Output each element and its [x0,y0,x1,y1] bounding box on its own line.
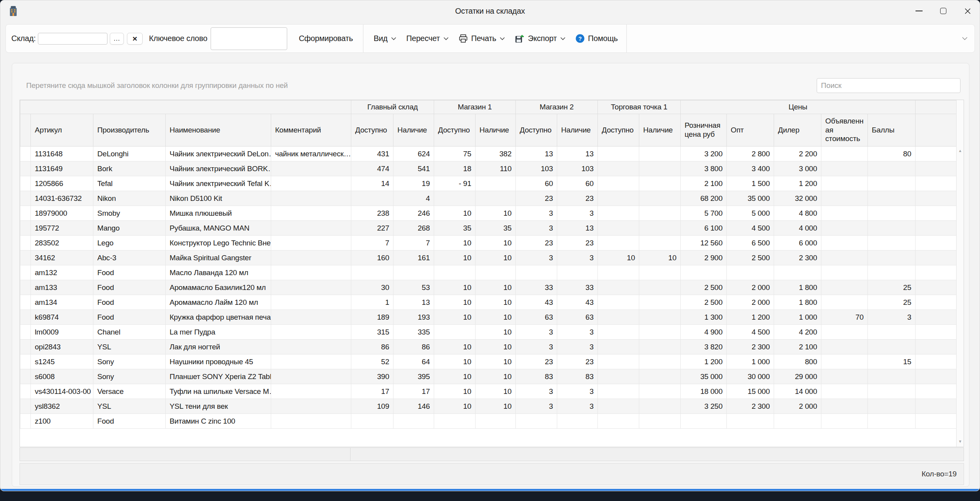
cell[interactable] [20,191,31,206]
cell[interactable] [351,414,393,429]
cell[interactable] [868,265,916,280]
cell[interactable] [20,161,31,176]
cell[interactable] [821,325,868,340]
cell[interactable] [639,206,681,221]
column-header[interactable]: Доступно [598,114,639,147]
cell[interactable]: Versace [93,384,166,399]
cell[interactable]: 2 500 [727,250,774,265]
cell[interactable]: 43 [516,295,557,310]
cell[interactable] [868,221,916,236]
cell[interactable] [916,176,957,191]
cell[interactable]: DeLonghi [93,147,166,161]
cell[interactable] [271,280,351,295]
cell[interactable] [868,206,916,221]
cell[interactable]: 30 000 [727,369,774,384]
cell[interactable]: 10 [434,250,476,265]
cell[interactable]: 33 [557,280,598,295]
band-header[interactable]: Цены [681,100,916,114]
cell[interactable]: z100 [31,414,93,429]
column-header[interactable]: Объявленная стоимость [821,114,868,147]
cell[interactable] [639,399,681,414]
table-row[interactable]: z100FoodВитамин C zinc 100 [20,414,957,429]
cell[interactable] [868,369,916,384]
cell[interactable]: 10 [434,369,476,384]
cell[interactable]: Sony [93,369,166,384]
maximize-button[interactable] [931,0,955,21]
cell[interactable]: Chanel [93,325,166,340]
cell[interactable]: 4 200 [774,325,821,340]
cell[interactable] [271,191,351,206]
cell[interactable]: 4 000 [774,221,821,236]
cell[interactable] [598,414,639,429]
cell[interactable] [821,354,868,369]
cell[interactable] [271,265,351,280]
cell[interactable]: 23 [516,354,557,369]
cell[interactable]: 63 [516,310,557,325]
cell[interactable] [271,310,351,325]
cell[interactable]: Конструктор Lego Technic Вне… [166,236,271,250]
table-row[interactable]: 14031-636732NikonNikon D5100 Kit4232368 … [20,191,957,206]
cell[interactable]: 18979000 [31,206,93,221]
cell[interactable]: 1 000 [727,354,774,369]
cell[interactable]: 3 [868,310,916,325]
cell[interactable]: 246 [393,206,434,221]
cell[interactable] [916,147,957,161]
cell[interactable]: 23 [516,191,557,206]
cell[interactable] [598,161,639,176]
cell[interactable]: Food [93,280,166,295]
cell[interactable]: s1245 [31,354,93,369]
cell[interactable]: 109 [351,399,393,414]
cell[interactable] [916,295,957,310]
cell[interactable] [393,265,434,280]
band-header[interactable]: Торговая точка 1 [598,100,681,114]
cell[interactable]: 2 500 [681,280,727,295]
cell[interactable] [774,414,821,429]
cell[interactable]: Nikon D5100 Kit [166,191,271,206]
cell[interactable] [271,369,351,384]
cell[interactable]: 2 900 [681,250,727,265]
column-header[interactable]: Наличие [557,114,598,147]
cell[interactable]: 195772 [31,221,93,236]
column-header[interactable]: Наличие [476,114,516,147]
minimize-button[interactable] [907,0,931,21]
view-menu[interactable]: Вид [374,34,396,43]
cell[interactable]: 32 000 [774,191,821,206]
cell[interactable] [821,221,868,236]
cell[interactable] [271,325,351,340]
cell[interactable]: opi2843 [31,340,93,354]
cell[interactable]: 10 [434,340,476,354]
cell[interactable]: 14031-636732 [31,191,93,206]
cell[interactable] [271,340,351,354]
cell[interactable]: 83 [557,369,598,384]
cell[interactable] [639,221,681,236]
export-menu[interactable]: Экспорт [515,34,565,43]
cell[interactable]: 10 [476,310,516,325]
cell[interactable]: 238 [351,206,393,221]
cell[interactable]: Чайник электрический Tefal K… [166,176,271,191]
cell[interactable]: 10 [476,369,516,384]
cell[interactable] [821,414,868,429]
cell[interactable]: 800 [774,354,821,369]
cell[interactable]: 2 300 [727,340,774,354]
cell[interactable] [20,399,31,414]
cell[interactable]: 10 [476,384,516,399]
column-header[interactable]: Доступно [516,114,557,147]
cell[interactable]: 10 [434,295,476,310]
cell[interactable]: 10 [434,310,476,325]
cell[interactable]: 103 [516,161,557,176]
cell[interactable] [916,414,957,429]
cell[interactable]: 23 [557,191,598,206]
cell[interactable]: 10 [476,280,516,295]
cell[interactable] [271,399,351,414]
table-row[interactable]: am134FoodАромамасло Лайм 120 мл113101043… [20,295,957,310]
column-header[interactable]: Баллы [868,114,916,147]
cell[interactable] [916,161,957,176]
cell[interactable]: Планшет SONY Xperia Z2 Tablet [166,369,271,384]
column-header[interactable]: Наличие [393,114,434,147]
cell[interactable]: Tefal [93,176,166,191]
cell[interactable] [639,414,681,429]
cell[interactable] [271,176,351,191]
cell[interactable]: 33 [516,280,557,295]
cell[interactable]: 15 000 [727,384,774,399]
cell[interactable]: 4 900 [681,325,727,340]
